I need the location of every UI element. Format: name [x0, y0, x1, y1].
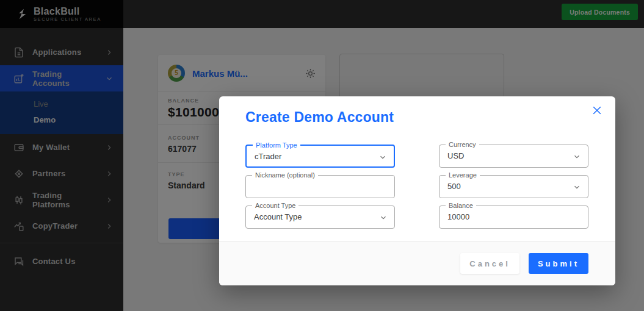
account-type-label: Account Type	[252, 202, 298, 210]
currency-select[interactable]: Currency USD	[439, 145, 588, 168]
chevron-down-icon	[379, 213, 388, 222]
chevron-down-icon	[378, 153, 387, 162]
nickname-label: Nickname (optional)	[252, 171, 318, 179]
platform-type-label: Platform Type	[253, 141, 300, 149]
chevron-down-icon	[573, 152, 581, 161]
leverage-select[interactable]: Leverage 500	[439, 175, 588, 198]
account-type-select[interactable]: Account Type Account Type	[245, 206, 395, 229]
create-demo-account-modal: Create Demo Account Platform Type cTrade…	[219, 96, 615, 285]
cancel-button[interactable]: Cancel	[460, 253, 519, 274]
modal-footer: Cancel Submit	[219, 241, 615, 285]
platform-type-select[interactable]: Platform Type cTrader	[245, 145, 395, 168]
balance-field-label: Balance	[446, 202, 476, 210]
close-icon[interactable]	[591, 104, 603, 116]
leverage-label: Leverage	[446, 171, 480, 179]
submit-button[interactable]: Submit	[529, 253, 588, 274]
nickname-input[interactable]: Nickname (optional)	[245, 175, 395, 198]
currency-label: Currency	[446, 141, 479, 149]
chevron-down-icon	[573, 183, 581, 191]
modal-title: Create Demo Account	[245, 109, 394, 126]
app-root: Upload Documents BlackBull SECURE CLIENT…	[0, 0, 644, 311]
modal-form: Platform Type cTrader Currency USD Nickn…	[245, 145, 588, 229]
balance-input[interactable]: Balance 10000	[439, 206, 588, 229]
